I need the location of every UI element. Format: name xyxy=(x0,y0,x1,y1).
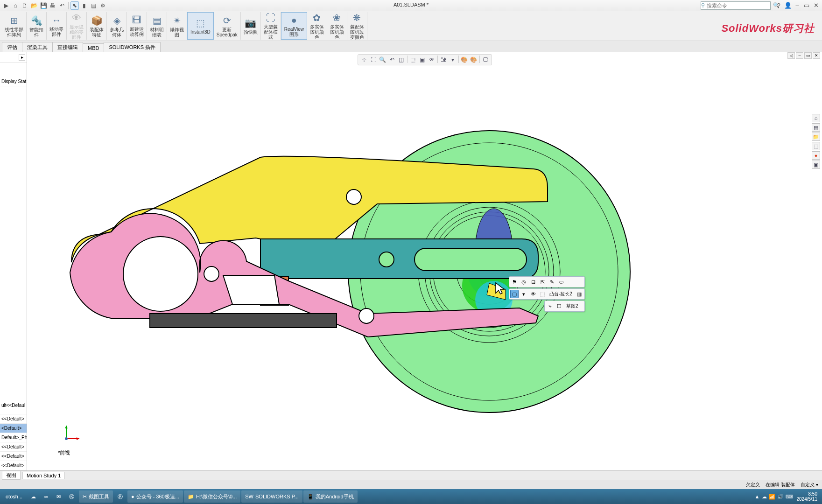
tp-prop-icon[interactable]: ▣ xyxy=(812,161,820,169)
ribbon-icon: ▤ xyxy=(153,15,162,26)
ctx-box-icon[interactable]: ▢ xyxy=(510,290,519,298)
taskbar-item[interactable]: ✉ xyxy=(53,490,64,503)
ctx-feature-label[interactable]: 凸台-拉长2 xyxy=(548,291,574,297)
tp-appear-icon[interactable]: ● xyxy=(812,151,820,160)
ribbon-移动零部件[interactable]: ↔移动零 部件 xyxy=(47,12,67,40)
svg-point-10 xyxy=(123,237,198,311)
svg-point-17 xyxy=(65,437,68,440)
graphics-viewport[interactable]: ◁ – ▭ ✕ ⊹ ⛶ 🔍 ↶ ◫ ⬚ ▣ 👁 🏜 ▾ 🎨 🎨 🖵 xyxy=(27,52,822,470)
ribbon-多实体随机颜色[interactable]: ✿多实体 随机颜 色 xyxy=(307,12,327,40)
open-icon[interactable]: 📂 xyxy=(30,1,38,10)
taskbar-item[interactable]: SWSOLIDWORKS P... xyxy=(241,490,302,503)
ribbon-线性零部件阵列[interactable]: ⊞线性零部 件阵列 xyxy=(2,12,27,40)
tree-item[interactable]: <<Default> xyxy=(0,442,27,452)
taskbar-item-icon: 📁 xyxy=(188,494,194,500)
undo-icon[interactable]: ↶ xyxy=(58,1,66,10)
doc-min-icon[interactable]: – xyxy=(796,52,803,59)
expand-icon[interactable]: ▶ xyxy=(2,1,10,10)
ctx-leaf-icon[interactable]: ✎ xyxy=(548,278,556,286)
restore-icon[interactable]: ▭ xyxy=(802,1,811,10)
ctx-slot-icon[interactable]: ⬭ xyxy=(557,278,565,286)
taskbar-item[interactable]: Ⓚ xyxy=(65,490,78,503)
ctx-feat-icon[interactable]: ⬚ xyxy=(538,290,547,298)
expand-panel-icon[interactable]: ▸ xyxy=(19,54,25,61)
ribbon-多实体随机颜色[interactable]: ❀多实体 随机颜 色 xyxy=(327,12,347,40)
ctx-sketch-label[interactable]: 草图2 xyxy=(564,303,580,309)
ctx-flag-icon[interactable]: ⚑ xyxy=(510,278,519,286)
ctx-tree-icon[interactable]: ⤷ xyxy=(546,302,554,310)
rebuild-icon[interactable]: ▮ xyxy=(80,1,88,10)
ribbon-拍快照[interactable]: 📷拍快照 xyxy=(241,12,261,40)
taskbar-clock[interactable]: 8:50 2024/5/11 xyxy=(794,491,821,502)
tp-explorer-icon[interactable]: 📁 xyxy=(812,133,820,141)
tp-lib-icon[interactable]: ▤ xyxy=(812,123,820,132)
tree-item[interactable]: ult<<Defaul xyxy=(0,401,27,410)
ribbon-新建运动算例[interactable]: 🎞新建运 动算例 xyxy=(127,12,147,40)
taskbar-item[interactable]: Ⓚ xyxy=(114,490,126,503)
tp-home-icon[interactable]: ⌂ xyxy=(812,114,820,122)
options-icon[interactable]: ▤ xyxy=(89,1,98,10)
doc-max-icon[interactable]: ▭ xyxy=(804,52,812,59)
taskbar-item[interactable]: ✂截图工具 xyxy=(79,490,113,503)
tray-icon[interactable]: ☁ xyxy=(762,494,767,500)
ribbon-参考几何体[interactable]: ◈参考几 何体 xyxy=(107,12,127,40)
close-icon[interactable]: ✕ xyxy=(812,1,820,10)
ribbon-材料明细表[interactable]: ▤材料明 细表 xyxy=(147,12,167,40)
subtab-SOLIDWORKS 插件[interactable]: SOLIDWORKS 插件 xyxy=(104,42,161,52)
ribbon-显示隐藏的零部件[interactable]: 👁显示隐 藏的零 部件 xyxy=(67,12,87,40)
ribbon-更新Speedpak[interactable]: ⟳更新 Speedpak xyxy=(214,12,241,40)
subtab-MBD[interactable]: MBD xyxy=(83,43,104,52)
ctx-measure-icon[interactable]: ⇱ xyxy=(538,278,547,286)
help-icon[interactable]: ? xyxy=(774,1,783,10)
subtab-评估[interactable]: 评估 xyxy=(2,42,22,52)
minimize-icon[interactable]: – xyxy=(793,1,801,10)
tray-icon[interactable]: ▲ xyxy=(755,494,760,500)
user-icon[interactable]: 👤 xyxy=(784,1,792,10)
ctx-dim-icon[interactable]: ⊟ xyxy=(529,278,537,286)
ribbon-爆炸视图[interactable]: ✴爆炸视 图 xyxy=(167,12,187,40)
ribbon-RealView图形[interactable]: ●RealView 图形 xyxy=(281,12,307,40)
ctx-menu-icon[interactable]: ▾ xyxy=(520,290,528,298)
ribbon-Instant3D[interactable]: ⬚Instant3D xyxy=(187,12,214,40)
ribbon-装配体特征[interactable]: 📦装配体 特征 xyxy=(87,12,107,40)
taskbar-item[interactable]: 📱我的Android手机 xyxy=(303,490,358,503)
doc-close-icon[interactable]: ✕ xyxy=(813,52,820,59)
save-icon[interactable]: 💾 xyxy=(39,1,48,10)
ribbon-智能扣件[interactable]: 🔩智能扣 件 xyxy=(27,12,47,40)
subtab-直接编辑[interactable]: 直接编辑 xyxy=(52,42,83,52)
new-icon[interactable]: 🗋 xyxy=(21,1,29,10)
taskbar-item[interactable]: 📁H:\微信公众号\0... xyxy=(184,490,240,503)
tree-item[interactable]: <<Default> xyxy=(0,452,27,461)
bottom-tab-视图[interactable]: 视图 xyxy=(2,471,21,480)
tray-icon[interactable]: 📶 xyxy=(769,494,775,500)
ribbon-大型装配体模式[interactable]: ⛶大型装 配体模 式 xyxy=(261,12,281,40)
search-box[interactable]: ⚲ 🔍 xyxy=(701,1,771,10)
ctx-circle-icon[interactable]: ◎ xyxy=(520,278,528,286)
subtab-渲染工具[interactable]: 渲染工具 xyxy=(22,42,53,52)
tree-item[interactable]: <<Default> xyxy=(0,461,27,470)
tree-item[interactable]: Default>_Ph xyxy=(0,433,27,442)
teal-bar[interactable] xyxy=(260,239,538,279)
tp-view-icon[interactable]: ⬚ xyxy=(812,142,820,150)
tree-item[interactable]: <Default> xyxy=(0,424,27,433)
ctx-hide-icon[interactable]: 👁 xyxy=(529,290,537,298)
base-plate[interactable] xyxy=(150,314,337,328)
print-icon[interactable]: 🖶 xyxy=(49,1,57,10)
doc-prev-icon[interactable]: ◁ xyxy=(787,52,795,59)
taskbar-item[interactable]: ∞ xyxy=(41,490,52,503)
tray-icon[interactable]: ⌨ xyxy=(786,494,793,500)
taskbar-item[interactable]: ●公众号 - 360极速... xyxy=(127,490,183,503)
taskbar-item[interactable]: ☁ xyxy=(27,490,40,503)
ribbon-装配体随机改变颜色[interactable]: ❋装配体 随机改 变颜色 xyxy=(347,12,367,40)
tree-item[interactable]: <<Default> xyxy=(0,414,27,424)
gear-icon[interactable]: ⚙ xyxy=(98,1,107,10)
tray-icon[interactable]: 🔊 xyxy=(777,494,784,500)
select-icon[interactable]: ⬉ xyxy=(70,1,79,10)
bottom-tab-Motion Study 1[interactable]: Motion Study 1 xyxy=(22,472,65,479)
tree-item[interactable] xyxy=(0,410,27,414)
taskbar-item[interactable]: otosh... xyxy=(2,490,26,503)
search-input[interactable] xyxy=(705,3,773,8)
home-icon[interactable]: ⌂ xyxy=(11,1,20,10)
ctx-sketch-icon[interactable]: ☐ xyxy=(555,302,563,310)
ctx-edit-icon[interactable]: ▥ xyxy=(575,290,583,298)
